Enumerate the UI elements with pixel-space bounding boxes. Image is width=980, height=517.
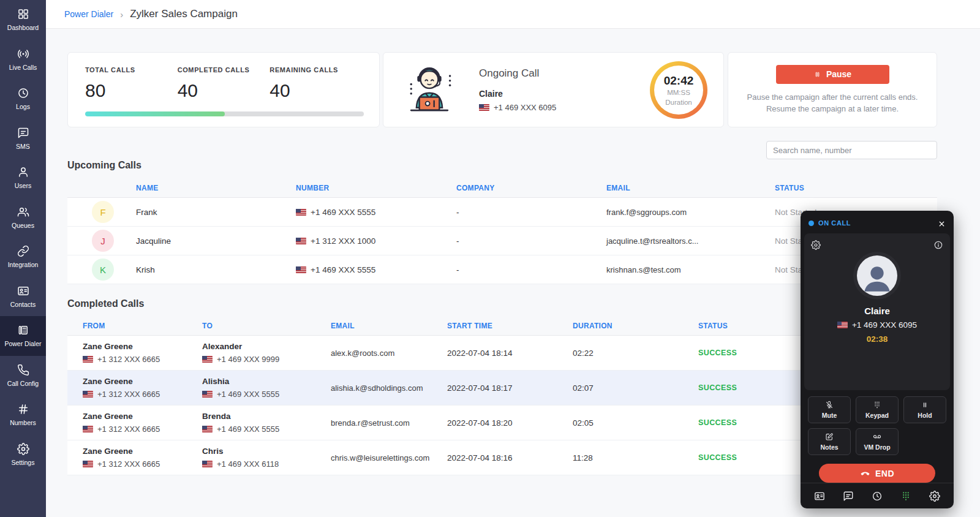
us-flag-icon xyxy=(202,356,213,363)
us-flag-icon xyxy=(202,391,213,398)
sidebar-item-logs[interactable]: Logs xyxy=(0,79,46,119)
on-call-panel-header: ON CALL xyxy=(801,214,954,232)
sidebar-item-label: Live Calls xyxy=(9,64,37,71)
gear-icon[interactable] xyxy=(929,491,940,502)
us-flag-icon xyxy=(83,461,93,467)
caller-number: +1 469 XXX 6095 xyxy=(837,320,917,330)
sidebar-item-label: Dashboard xyxy=(7,24,39,31)
sidebar-item-users[interactable]: Users xyxy=(0,158,46,198)
on-call-status-dot xyxy=(809,221,814,226)
users-icon xyxy=(17,166,29,178)
sidebar-item-label: Power Dialer xyxy=(4,340,41,347)
column-header-start-time: START TIME xyxy=(447,322,573,330)
voicemail-icon xyxy=(873,432,881,441)
sidebar-item-numbers[interactable]: Numbers xyxy=(0,395,46,435)
contact-number: +1 312 XXX 1000 xyxy=(296,236,456,246)
numbers-hash-icon xyxy=(17,403,29,415)
keypad-button[interactable]: Keypad xyxy=(856,396,899,423)
sidebar-item-contacts[interactable]: Contacts xyxy=(0,277,46,317)
caller-avatar xyxy=(857,255,897,296)
keypad-icon xyxy=(873,401,881,409)
us-flag-icon xyxy=(837,322,848,328)
sidebar-item-label: Call Config xyxy=(7,380,39,387)
email: alex.k@roots.com xyxy=(331,349,447,358)
upcoming-calls-title: Upcoming Calls xyxy=(67,160,141,171)
sidebar-item-live-calls[interactable]: Live Calls xyxy=(0,40,46,80)
ongoing-call-card: Ongoing Call Claire +1 469 XXX 6095 02:4… xyxy=(383,52,724,127)
sidebar-item-label: Users xyxy=(15,182,31,189)
sidebar-item-label: SMS xyxy=(16,143,30,150)
email: jacquline.t@rtsrealtors.c... xyxy=(606,236,775,246)
start-time: 2022-07-04 18:17 xyxy=(447,383,573,393)
call-settings-gear-icon[interactable] xyxy=(811,240,821,250)
history-clock-icon[interactable] xyxy=(872,491,883,502)
search-input[interactable] xyxy=(766,141,937,159)
start-time: 2022-07-04 18:16 xyxy=(447,453,573,462)
us-flag-icon xyxy=(296,238,306,244)
contact-name: Krish xyxy=(136,265,296,274)
stat-label: REMAINING CALLS xyxy=(270,66,362,74)
breadcrumb-power-dialer-link[interactable]: Power Dialer xyxy=(64,9,113,19)
us-flag-icon xyxy=(83,391,93,398)
duration: 02:05 xyxy=(573,418,698,428)
call-duration-format: MM:SS xyxy=(667,89,690,96)
vm-drop-button[interactable]: VM Drop xyxy=(856,428,899,455)
stat-completed-calls: COMPLETED CALLS 40 xyxy=(178,66,270,101)
close-icon[interactable] xyxy=(938,219,946,227)
chat-icon[interactable] xyxy=(843,491,854,502)
to-contact: Alishia+1 469 XXX 5555 xyxy=(202,377,331,399)
company: - xyxy=(456,265,606,274)
company: - xyxy=(456,208,606,217)
email: chris.w@leisurelettings.com xyxy=(331,453,447,462)
sidebar-item-sms[interactable]: SMS xyxy=(0,119,46,159)
us-flag-icon xyxy=(296,209,306,216)
end-call-button[interactable]: END xyxy=(819,464,935,483)
avatar: K xyxy=(92,258,114,281)
pause-button[interactable]: Pause xyxy=(776,65,889,84)
sidebar-item-integration[interactable]: Integration xyxy=(0,237,46,277)
sidebar-item-call-config[interactable]: Call Config xyxy=(0,356,46,396)
hold-button[interactable]: Hold xyxy=(903,396,946,423)
call-info-icon[interactable] xyxy=(933,240,943,250)
to-contact: Chris+1 469 XXX 6118 xyxy=(202,447,331,469)
duration: 11:28 xyxy=(573,453,698,462)
stat-remaining-calls: REMAINING CALLS 40 xyxy=(270,66,362,101)
start-time: 2022-07-04 18:20 xyxy=(447,418,573,428)
sidebar-item-settings[interactable]: Settings xyxy=(0,435,46,475)
email: brenda.r@setrust.com xyxy=(331,418,447,428)
contact-card-icon[interactable] xyxy=(814,491,825,502)
logs-clock-icon xyxy=(17,87,29,99)
from-contact: Zane Greene+1 312 XXX 6665 xyxy=(83,377,202,399)
dialpad-icon[interactable] xyxy=(900,491,911,502)
ongoing-call-name: Claire xyxy=(479,89,556,99)
live-calls-icon xyxy=(17,48,29,60)
call-controls: Mute Keypad Hold Notes VM Drop xyxy=(808,396,946,455)
sidebar-item-queues[interactable]: Queues xyxy=(0,198,46,238)
sidebar-item-label: Logs xyxy=(16,103,30,110)
caller-name: Claire xyxy=(864,306,890,316)
mute-button[interactable]: Mute xyxy=(808,396,851,423)
mute-icon xyxy=(825,401,834,409)
start-time: 2022-07-04 18:14 xyxy=(447,349,573,358)
contact-number: +1 469 XXX 5555 xyxy=(296,265,456,274)
column-header-from: FROM xyxy=(83,322,202,330)
sidebar-item-power-dialer[interactable]: Power Dialer xyxy=(0,316,46,356)
from-contact: Zane Greene+1 312 XXX 6665 xyxy=(83,412,202,434)
us-flag-icon xyxy=(202,426,213,432)
completed-calls-title: Completed Calls xyxy=(67,298,144,309)
column-header-email: EMAIL xyxy=(606,184,775,192)
call-duration-ring: 02:42 MM:SS Duration xyxy=(650,61,707,119)
column-header-status: STATUS xyxy=(775,184,937,192)
integration-link-icon xyxy=(17,245,29,257)
notes-button[interactable]: Notes xyxy=(808,428,851,455)
us-flag-icon xyxy=(202,461,213,467)
contact-name: Jacquline xyxy=(136,236,296,246)
sms-icon xyxy=(17,127,29,139)
sidebar-item-dashboard[interactable]: Dashboard xyxy=(0,0,46,40)
notes-icon xyxy=(825,432,834,441)
sidebar: Dashboard Live Calls Logs SMS Users Queu… xyxy=(0,0,46,517)
column-header-company: COMPANY xyxy=(456,184,606,192)
settings-gear-icon xyxy=(17,443,29,455)
avatar: J xyxy=(92,230,114,252)
to-contact: Brenda+1 469 XXX 5555 xyxy=(202,412,331,434)
